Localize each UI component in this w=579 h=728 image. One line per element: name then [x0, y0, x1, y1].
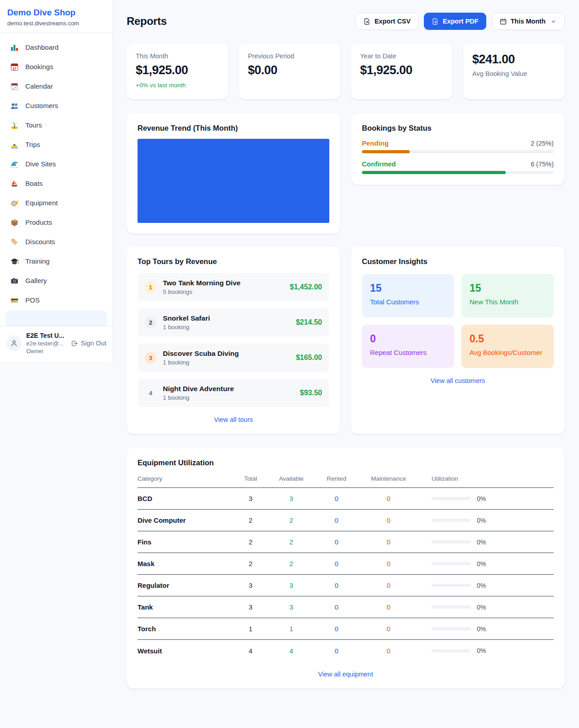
tour-row: 2 Snorkel Safari1 booking $214.50 — [138, 308, 329, 336]
sidebar-item-label: POS — [25, 296, 40, 304]
stat-this-month: This Month $1,925.00 +0% vs last month — [127, 43, 228, 99]
view-all-tours-link[interactable]: View all tours — [138, 416, 329, 423]
sidebar-item-label: Bookings — [25, 63, 53, 71]
table-row: Regulator 3 3 0 0 0% — [138, 575, 554, 596]
sidebar-item-label: Trips — [25, 141, 40, 148]
revenue-trend-chart — [138, 139, 329, 223]
top-tours-card: Top Tours by Revenue 1 Two Tank Morning … — [127, 246, 340, 434]
tile-new-this-month: 15 New This Month — [461, 274, 554, 317]
sidebar-item-discounts[interactable]: Discounts — [5, 232, 107, 251]
shop-name: Demo Dive Shop — [7, 8, 105, 18]
rank-badge: 4 — [145, 387, 157, 399]
utilization-cell: 0% — [418, 582, 554, 589]
sidebar-item-customers[interactable]: Customers — [5, 96, 107, 115]
utilization-cell: 0% — [418, 560, 554, 567]
utilization-bar — [432, 627, 470, 630]
user-email: e2e-tester@... — [26, 340, 66, 347]
package-icon — [10, 218, 19, 227]
sidebar-item-label: Products — [25, 218, 52, 226]
rank-badge: 2 — [145, 317, 157, 328]
sidebar-item-boats[interactable]: Boats — [5, 174, 107, 193]
utilization-bar — [432, 605, 470, 609]
sidebar-item-bookings[interactable]: 17 Bookings — [5, 57, 107, 76]
sidebar-item-label: Dive Sites — [25, 160, 56, 168]
utilization-cell: 0% — [418, 647, 554, 654]
sidebar-item-label: Training — [25, 257, 50, 265]
utilization-bar — [432, 562, 470, 565]
sidebar-item-label: Dashboard — [25, 43, 58, 51]
tile-repeat-customers: 0 Repeat Customers — [362, 325, 454, 368]
sidebar-item-pos[interactable]: POS — [5, 290, 107, 310]
utilization-bar — [432, 540, 470, 544]
utilization-cell: 0% — [418, 604, 554, 611]
export-csv-button[interactable]: Export CSV — [356, 13, 418, 30]
progress-track — [362, 171, 554, 174]
header-actions: Export CSV Export PDF This Month — [356, 13, 565, 30]
sign-out-label: Sign Out — [81, 340, 106, 347]
chevron-down-icon — [550, 18, 557, 25]
sidebar-item-tours[interactable]: Tours — [5, 115, 107, 135]
tour-row: 1 Two Tank Morning Dive5 bookings $1,452… — [138, 273, 329, 301]
sidebar-item-label: Customers — [25, 102, 58, 109]
tour-row: 4 Night Dive Adventure1 booking $93.50 — [138, 379, 329, 407]
tag-icon — [10, 237, 19, 246]
stat-cards: This Month $1,925.00 +0% vs last month P… — [127, 43, 565, 99]
bookings-by-status-card: Bookings by Status Pending 2 (25%) Confi… — [351, 113, 565, 185]
sidebar-nav: Dashboard 17 Bookings Calendar Customers… — [0, 33, 113, 327]
insights-row: Top Tours by Revenue 1 Two Tank Morning … — [127, 246, 565, 434]
page-header: Reports Export CSV Export PDF This Month — [127, 13, 565, 30]
credit-card-icon — [10, 296, 19, 305]
utilization-bar — [432, 649, 470, 652]
customer-insights-card: Customer Insights 15 Total Customers 15 … — [351, 246, 565, 434]
sidebar-item-training[interactable]: Training — [5, 251, 107, 271]
wave-icon — [10, 160, 19, 169]
sidebar-item-label: Calendar — [25, 82, 53, 90]
file-download-icon — [432, 18, 439, 25]
avatar — [6, 336, 22, 351]
sidebar-item-trips[interactable]: Trips — [5, 135, 107, 154]
period-dropdown[interactable]: This Month — [492, 13, 565, 30]
status-row-confirmed: Confirmed 6 (75%) — [362, 160, 554, 174]
sidebar-item-label: Gallery — [25, 277, 47, 284]
view-all-equipment-link[interactable]: View all equipment — [138, 671, 554, 678]
graduation-cap-icon — [10, 257, 19, 266]
table-row: Fins 2 2 0 0 0% — [138, 531, 554, 553]
stat-year-to-date: Year to Date $1,925.00 — [351, 43, 452, 99]
sidebar-item-products[interactable]: Products — [5, 213, 107, 232]
sidebar: Demo Dive Shop demo.test.divestreams.com… — [0, 0, 113, 362]
island-icon — [10, 121, 19, 130]
view-all-customers-link[interactable]: View all customers — [362, 377, 554, 384]
export-pdf-button[interactable]: Export PDF — [424, 13, 486, 30]
svg-text:17: 17 — [13, 66, 16, 70]
shop-domain: demo.test.divestreams.com — [7, 20, 105, 27]
stat-avg-booking-value: $241.00 Avg Booking Value — [463, 43, 565, 99]
main-content: Reports Export CSV Export PDF This Month… — [113, 0, 579, 689]
person-icon — [9, 339, 19, 348]
table-row: Mask 2 2 0 0 0% — [138, 553, 554, 575]
sidebar-item-reports-selected[interactable] — [5, 311, 107, 327]
dive-mask-icon — [10, 199, 19, 208]
sidebar-item-label: Tours — [25, 121, 42, 129]
sidebar-item-calendar[interactable]: Calendar — [5, 76, 107, 96]
insight-tiles: 15 Total Customers 15 New This Month 0 R… — [362, 274, 554, 368]
page-title: Reports — [127, 15, 167, 28]
table-row: BCD 3 3 0 0 0% — [138, 488, 554, 510]
sidebar-item-equipment[interactable]: Equipment — [5, 193, 107, 213]
revenue-trend-card: Revenue Trend (This Month) — [127, 113, 340, 234]
utilization-cell: 0% — [418, 625, 554, 633]
progress-track — [362, 150, 554, 153]
sidebar-item-gallery[interactable]: Gallery — [5, 271, 107, 290]
rank-badge: 3 — [145, 352, 157, 364]
sidebar-item-dive-sites[interactable]: Dive Sites — [5, 154, 107, 174]
progress-fill — [362, 150, 410, 153]
sidebar-item-label: Equipment — [25, 199, 58, 207]
utilization-cell: 0% — [418, 495, 554, 502]
user-name: E2E Test U... — [26, 332, 66, 339]
rank-badge: 1 — [145, 281, 157, 293]
calendar-icon — [499, 18, 507, 25]
sidebar-item-dashboard[interactable]: Dashboard — [5, 38, 107, 57]
camera-icon — [10, 276, 19, 285]
sign-out-button[interactable]: Sign Out — [71, 340, 106, 347]
equipment-utilization-card: Equipment Utilization Category Total Ava… — [127, 448, 565, 689]
progress-fill — [362, 171, 506, 174]
